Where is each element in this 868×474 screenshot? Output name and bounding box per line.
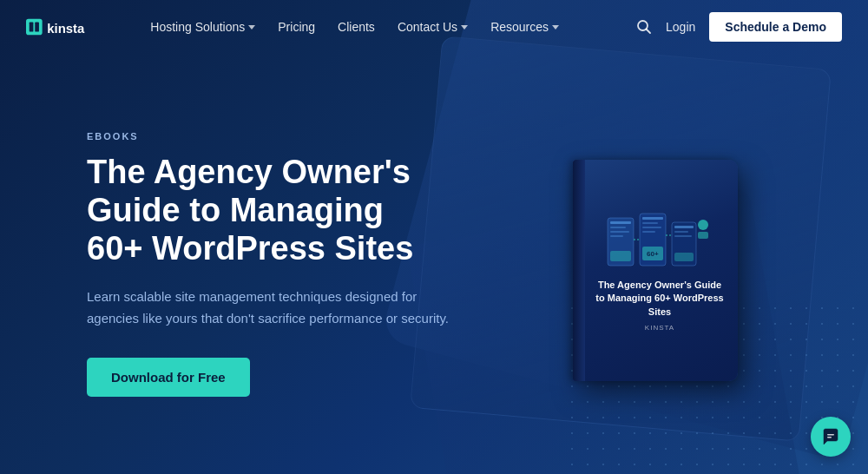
- login-link[interactable]: Login: [666, 20, 695, 34]
- svg-rect-15: [642, 227, 661, 228]
- search-icon: [636, 19, 652, 35]
- svg-rect-20: [674, 226, 694, 228]
- svg-rect-28: [827, 434, 834, 436]
- svg-rect-21: [674, 231, 688, 233]
- book-title: The Agency Owner's Guide to Managing 60+…: [593, 279, 727, 319]
- svg-line-5: [647, 30, 651, 34]
- schedule-demo-button[interactable]: Schedule a Demo: [709, 12, 842, 42]
- chat-icon: [821, 427, 840, 446]
- svg-rect-27: [698, 232, 708, 239]
- nav-item-hosting[interactable]: Hosting Solutions: [141, 15, 264, 39]
- book-illustration-icon: 60+: [603, 209, 716, 279]
- svg-rect-11: [610, 251, 631, 261]
- svg-rect-13: [642, 217, 663, 220]
- svg-rect-7: [610, 221, 631, 224]
- svg-rect-22: [674, 235, 692, 237]
- svg-rect-1: [30, 22, 34, 31]
- logo[interactable]: kinsta: [26, 15, 107, 39]
- hero-description: Learn scalable site management technique…: [87, 286, 451, 330]
- svg-rect-23: [674, 253, 694, 261]
- book-cover-front: 60+ The Agency Owner's Guide to: [573, 160, 738, 381]
- logo-icon: kinsta: [26, 15, 107, 39]
- nav-item-pricing[interactable]: Pricing: [269, 15, 324, 39]
- download-button[interactable]: Download for Free: [87, 358, 250, 397]
- svg-text:60+: 60+: [647, 250, 659, 258]
- book-inner: 60+ The Agency Owner's Guide to: [593, 209, 727, 332]
- svg-rect-16: [642, 231, 655, 233]
- nav-item-clients[interactable]: Clients: [329, 15, 384, 39]
- book-cover: 60+ The Agency Owner's Guide to: [573, 160, 746, 385]
- svg-rect-8: [610, 227, 626, 228]
- nav-item-contact[interactable]: Contact Us: [389, 15, 477, 39]
- navbar: kinsta Hosting Solutions Pricing Clients…: [0, 0, 868, 54]
- main-content: EBOOKS The Agency Owner's Guide to Manag…: [0, 54, 868, 474]
- book-spine: [573, 160, 585, 381]
- book-image-container: 60+ The Agency Owner's Guide to: [521, 142, 799, 385]
- book-brand-label: KINSTA: [645, 324, 674, 332]
- svg-text:kinsta: kinsta: [47, 21, 85, 36]
- chevron-down-icon: [552, 25, 559, 30]
- svg-rect-14: [642, 222, 658, 224]
- svg-rect-10: [610, 235, 623, 237]
- svg-rect-2: [35, 22, 39, 31]
- svg-rect-9: [610, 231, 629, 233]
- svg-rect-29: [827, 437, 832, 438]
- nav-actions: Login Schedule a Demo: [636, 12, 842, 42]
- search-button[interactable]: [636, 19, 652, 35]
- nav-item-resources[interactable]: Resources: [482, 15, 568, 39]
- svg-point-26: [698, 220, 708, 230]
- chevron-down-icon: [248, 25, 255, 30]
- main-title: The Agency Owner's Guide to Managing 60+…: [87, 154, 486, 267]
- left-content: EBOOKS The Agency Owner's Guide to Manag…: [87, 131, 521, 397]
- chat-widget-button[interactable]: [811, 417, 851, 457]
- nav-links: Hosting Solutions Pricing Clients Contac…: [141, 15, 636, 39]
- category-label: EBOOKS: [87, 131, 486, 142]
- svg-rect-0: [26, 19, 43, 36]
- chevron-down-icon: [461, 25, 468, 30]
